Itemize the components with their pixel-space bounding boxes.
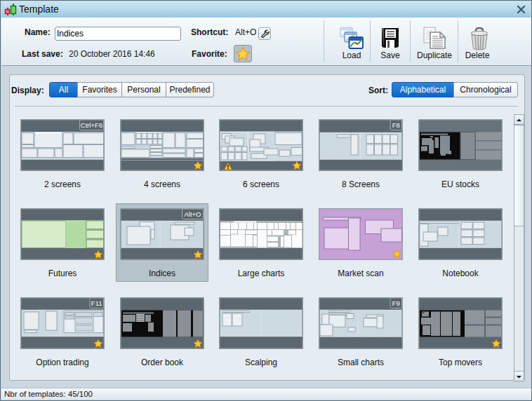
svg-text:F9: F9	[392, 299, 400, 307]
svg-text:Ctrl+F6: Ctrl+F6	[81, 121, 102, 129]
svg-text:F8: F8	[392, 121, 400, 129]
svg-text:Alt+O: Alt+O	[184, 210, 201, 218]
svg-text:F11: F11	[91, 299, 102, 307]
